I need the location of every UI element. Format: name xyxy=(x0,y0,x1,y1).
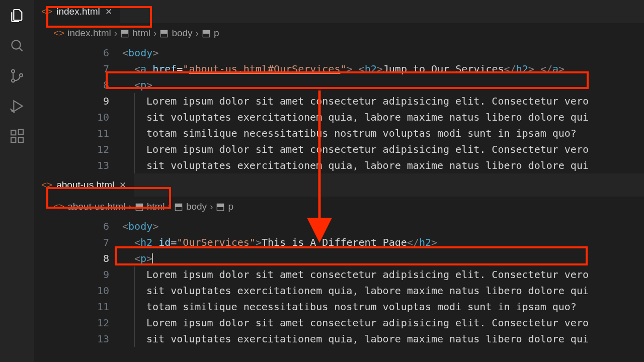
line-number-gutter: 678910111213 xyxy=(34,218,122,347)
breadcrumbs[interactable]: <> index.html › ⬒ html › ⬒ body › ⬒ p xyxy=(34,23,644,43)
code-content[interactable]: <body><h2 id="OurServices">This is A Dif… xyxy=(122,218,644,347)
breadcrumb-item[interactable]: about-us.html xyxy=(67,201,125,212)
tab-bar: <> about-us.html ✕ xyxy=(34,173,644,197)
breadcrumb-item[interactable]: index.html xyxy=(67,28,111,39)
line-number-gutter: 678910111213 xyxy=(34,45,122,173)
tab-label: index.html xyxy=(56,6,100,17)
svg-point-4 xyxy=(12,110,13,112)
html-file-icon: <> xyxy=(41,6,52,17)
svg-point-3 xyxy=(20,74,23,77)
code-content[interactable]: <body><a href="about-us.html#OurServices… xyxy=(122,45,644,173)
code-editor[interactable]: 678910111213 <body><a href="about-us.htm… xyxy=(34,43,644,173)
symbol-icon: ⬒ xyxy=(120,27,129,39)
search-icon[interactable] xyxy=(9,38,25,54)
chevron-right-icon: › xyxy=(128,201,131,212)
symbol-icon: ⬒ xyxy=(216,201,225,212)
editor-main: <> index.html ✕ <> index.html › ⬒ html ›… xyxy=(34,0,644,362)
source-control-icon[interactable] xyxy=(9,68,25,84)
svg-rect-8 xyxy=(19,130,23,134)
breadcrumb-item[interactable]: p xyxy=(228,201,233,212)
activity-bar xyxy=(0,0,34,362)
svg-rect-6 xyxy=(11,138,16,142)
svg-point-1 xyxy=(12,70,15,73)
breadcrumb-item[interactable]: body xyxy=(172,28,192,39)
html-file-icon: <> xyxy=(53,201,64,212)
svg-rect-5 xyxy=(11,130,16,135)
tab-about-us-html[interactable]: <> about-us.html ✕ xyxy=(34,173,134,197)
tab-label: about-us.html xyxy=(56,179,114,191)
chevron-right-icon: › xyxy=(153,28,156,39)
breadcrumb-item[interactable]: html xyxy=(132,28,150,39)
symbol-icon: ⬒ xyxy=(202,27,211,39)
editor-pane-bottom: <> about-us.html ✕ <> about-us.html › ⬒ … xyxy=(34,173,644,347)
close-icon[interactable]: ✕ xyxy=(104,7,113,17)
symbol-icon: ⬒ xyxy=(159,27,169,39)
extensions-icon[interactable] xyxy=(9,128,25,144)
chevron-right-icon: › xyxy=(210,201,213,212)
breadcrumbs[interactable]: <> about-us.html › ⬒ html › ⬒ body › ⬒ p xyxy=(34,197,644,216)
debug-icon[interactable] xyxy=(9,98,25,114)
breadcrumb-item[interactable]: html xyxy=(147,201,165,212)
breadcrumb-item[interactable]: p xyxy=(214,28,219,39)
symbol-icon: ⬒ xyxy=(174,201,183,212)
files-icon[interactable] xyxy=(9,8,25,24)
html-file-icon: <> xyxy=(53,28,64,39)
chevron-right-icon: › xyxy=(168,201,171,212)
tab-bar: <> index.html ✕ xyxy=(34,0,644,23)
editor-pane-top: <> index.html ✕ <> index.html › ⬒ html ›… xyxy=(34,0,644,173)
chevron-right-icon: › xyxy=(196,28,199,39)
breadcrumb-item[interactable]: body xyxy=(186,201,207,212)
symbol-icon: ⬒ xyxy=(135,201,144,212)
tab-index-html[interactable]: <> index.html ✕ xyxy=(34,0,120,23)
svg-point-0 xyxy=(12,40,20,49)
svg-rect-7 xyxy=(19,138,23,142)
code-editor[interactable]: 678910111213 <body><h2 id="OurServices">… xyxy=(34,216,644,347)
html-file-icon: <> xyxy=(41,179,52,191)
chevron-right-icon: › xyxy=(114,28,117,39)
close-icon[interactable]: ✕ xyxy=(118,180,127,191)
svg-point-2 xyxy=(12,79,15,82)
